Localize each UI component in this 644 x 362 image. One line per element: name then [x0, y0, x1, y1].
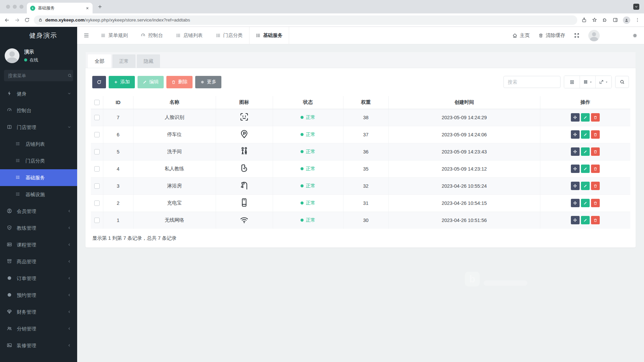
extensions-puzzle-icon[interactable] [602, 17, 608, 23]
edit-button[interactable]: 编辑 [138, 76, 164, 88]
column-header[interactable]: 状态 [273, 96, 343, 109]
add-button[interactable]: 添加 [109, 76, 135, 88]
sidebar-item-order-mgmt[interactable]: 订单管理 [0, 270, 77, 287]
tab-dashboard[interactable]: 控制台 [134, 27, 169, 44]
forward-icon[interactable] [14, 17, 20, 23]
row-delete-button[interactable] [591, 182, 600, 190]
tab-close-icon[interactable] [86, 6, 89, 10]
tab-search-icon[interactable] [633, 4, 639, 10]
row-edit-button[interactable] [581, 130, 590, 139]
window-close-button[interactable] [6, 5, 10, 9]
columns-dropdown-button[interactable] [580, 76, 596, 88]
row-checkbox[interactable] [94, 200, 100, 206]
row-delete-button[interactable] [591, 113, 600, 122]
toggle-view-button[interactable] [564, 76, 580, 88]
row-edit-button[interactable] [581, 113, 590, 122]
back-icon[interactable] [4, 17, 10, 23]
row-checkbox[interactable] [94, 115, 100, 120]
row-edit-button[interactable] [581, 216, 590, 224]
column-header[interactable]: 名称 [133, 96, 216, 109]
row-drag-button[interactable] [571, 113, 580, 122]
side-panel-icon[interactable] [612, 17, 618, 23]
row-drag-button[interactable] [571, 216, 580, 224]
window-minimize-button[interactable] [13, 5, 17, 9]
new-tab-button[interactable] [97, 4, 103, 9]
sidebar-item-basic-service[interactable]: 基础服务 [0, 169, 77, 186]
row-checkbox[interactable] [94, 149, 100, 154]
refresh-button[interactable] [92, 76, 106, 88]
column-header[interactable]: 权重 [343, 96, 388, 109]
home-button[interactable]: 主页 [512, 32, 530, 39]
row-drag-button[interactable] [571, 182, 580, 190]
row-delete-button[interactable] [591, 216, 600, 224]
sidebar-item-decoration-mgmt[interactable]: 装修管理 [0, 337, 77, 354]
tab-menu-rules[interactable]: 菜单规则 [94, 27, 134, 44]
sidebar-item-dashboard[interactable]: 控制台 [0, 102, 77, 119]
row-checkbox[interactable] [94, 218, 100, 223]
sidebar-item-booking-mgmt[interactable]: 预约管理 [0, 287, 77, 304]
row-delete-button[interactable] [591, 165, 600, 173]
row-drag-button[interactable] [571, 165, 580, 173]
sidebar-item-label: 会员管理 [17, 208, 36, 215]
window-zoom-button[interactable] [19, 5, 23, 9]
table-body: 7人脸识别正常382023-05-09 14:24:296停车位正常372023… [91, 109, 630, 229]
sidebar-item-distribution-mgmt[interactable]: 分销管理 [0, 320, 77, 337]
row-edit-button[interactable] [581, 165, 590, 173]
row-edit-button[interactable] [581, 147, 590, 156]
row-checkbox[interactable] [94, 132, 100, 137]
sidebar-item-store-category[interactable]: 门店分类 [0, 152, 77, 169]
tab-basic-service[interactable]: 基础服务 [249, 27, 289, 44]
row-drag-button[interactable] [571, 147, 580, 156]
tab-store-list[interactable]: 店铺列表 [169, 27, 209, 44]
row-delete-button[interactable] [591, 199, 600, 207]
row-drag-button[interactable] [571, 130, 580, 139]
column-header[interactable]: 创建时间 [388, 96, 540, 109]
filter-tab-normal[interactable]: 正常 [112, 54, 136, 68]
sidebar-item-fitness[interactable]: 健身 [0, 85, 77, 102]
row-drag-button[interactable] [571, 199, 580, 207]
settings-gears-icon[interactable] [632, 33, 638, 39]
menu-search-box[interactable] [4, 70, 73, 81]
row-delete-button[interactable] [591, 147, 600, 156]
sidebar-item-course-mgmt[interactable]: 课程管理 [0, 236, 77, 253]
avatar[interactable] [5, 48, 19, 63]
kebab-menu-icon[interactable] [635, 17, 640, 22]
sidebar-item-equipment[interactable]: 器械设施 [0, 186, 77, 203]
table-search-input[interactable] [503, 76, 560, 88]
clear-cache-button[interactable]: 清除缓存 [538, 32, 565, 39]
filter-tab-all[interactable]: 全部 [88, 54, 111, 68]
topbar-avatar[interactable] [588, 30, 600, 41]
column-header[interactable]: 图标 [216, 96, 273, 109]
browser-profile-avatar[interactable] [623, 16, 630, 24]
sidebar-item-store-mgmt[interactable]: 门店管理 [0, 119, 77, 136]
row-edit-button[interactable] [581, 199, 590, 207]
browser-tab[interactable]: 基础服务 [27, 3, 93, 13]
more-button[interactable]: 更多 [195, 76, 221, 88]
sidebar-item-coach-mgmt[interactable]: 教练管理 [0, 220, 77, 236]
row-checkbox[interactable] [94, 183, 100, 189]
sidebar-item-member-mgmt[interactable]: 会员管理 [0, 203, 77, 220]
share-icon[interactable] [581, 17, 587, 23]
row-delete-button[interactable] [591, 130, 600, 139]
column-header[interactable]: 操作 [540, 96, 630, 109]
search-submit-button[interactable] [615, 76, 629, 88]
sidebar-item-finance-mgmt[interactable]: 财务管理 [0, 304, 77, 320]
list-icon [176, 33, 181, 38]
row-edit-button[interactable] [581, 182, 590, 190]
fullscreen-icon[interactable] [574, 33, 580, 38]
address-bar[interactable]: demo.xykeep.com/xykeep.php/xykeep/store.… [34, 15, 577, 25]
menu-search-input[interactable] [8, 73, 67, 78]
reload-icon[interactable] [24, 17, 30, 23]
column-header[interactable]: ID [103, 96, 133, 109]
cell-id: 3 [103, 177, 133, 194]
select-all-checkbox[interactable] [94, 100, 100, 105]
hamburger-icon[interactable] [83, 32, 90, 39]
export-dropdown-button[interactable] [596, 76, 611, 88]
bookmark-star-icon[interactable] [592, 17, 597, 23]
row-checkbox[interactable] [94, 166, 100, 172]
sidebar-item-store-list[interactable]: 店铺列表 [0, 136, 77, 152]
sidebar-item-goods-mgmt[interactable]: 商品管理 [0, 253, 77, 270]
filter-tab-hidden[interactable]: 隐藏 [137, 54, 160, 68]
tab-store-category[interactable]: 门店分类 [209, 27, 249, 44]
delete-button[interactable]: 删除 [166, 76, 193, 88]
